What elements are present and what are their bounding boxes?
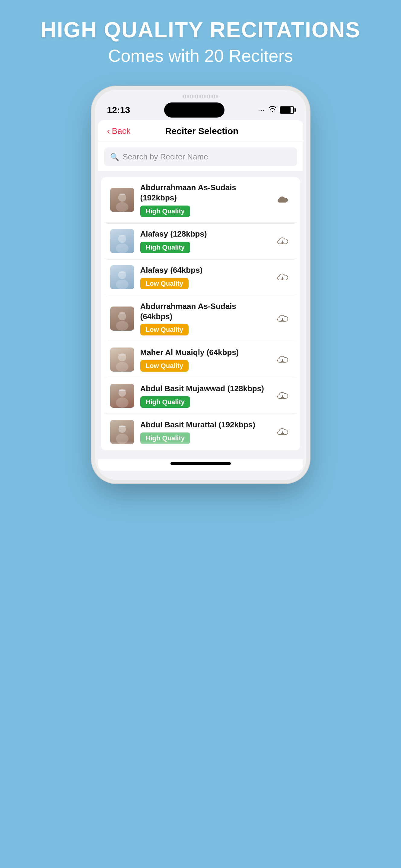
quality-badge-4: Low Quality xyxy=(140,324,189,336)
reciter-info-2: Alafasy (128kbps) High Quality xyxy=(140,229,270,253)
svg-rect-17 xyxy=(119,390,125,391)
reciter-item-3[interactable]: Alafasy (64kbps) Low Quality xyxy=(104,260,297,295)
reciter-name-6: Abdul Basit Mujawwad (128kbps) xyxy=(140,384,270,394)
reciter-item-1[interactable]: Abdurrahmaan As-Sudais (192kbps) High Qu… xyxy=(104,177,297,223)
phone-speaker xyxy=(95,90,306,98)
back-chevron-icon: ‹ xyxy=(107,127,110,135)
back-button[interactable]: ‹ Back xyxy=(107,126,131,136)
reciter-info-5: Maher Al Muaiqly (64kbps) Low Quality xyxy=(140,347,270,372)
home-indicator xyxy=(170,462,231,465)
search-icon: 🔍 xyxy=(110,153,119,161)
nav-bar: ‹ Back Reciter Selection xyxy=(98,120,303,141)
svg-rect-20 xyxy=(119,426,125,427)
svg-point-16 xyxy=(116,398,128,408)
svg-rect-5 xyxy=(119,236,125,236)
list-wrapper: Abdurrahmaan As-Sudais (192kbps) High Qu… xyxy=(98,174,303,456)
reciter-name-7: Abdul Basit Murattal (192kbps) xyxy=(140,420,270,430)
hero-subtitle: Comes with 20 Reciters xyxy=(108,45,293,66)
quality-badge-2: High Quality xyxy=(140,242,191,253)
search-bar[interactable]: 🔍 Search by Reciter Name xyxy=(104,147,297,166)
avatar-1 xyxy=(110,188,134,212)
reciter-item-4[interactable]: Abdurrahmaan As-Sudais (64kbps) Low Qual… xyxy=(104,296,297,341)
svg-rect-2 xyxy=(119,194,125,195)
hero-title: HIGH QUALITY RECITATIONS xyxy=(40,18,360,42)
downloaded-icon-1 xyxy=(276,192,291,207)
reciter-name-2: Alafasy (128kbps) xyxy=(140,229,270,239)
svg-rect-14 xyxy=(118,355,126,355)
svg-point-10 xyxy=(116,321,128,330)
avatar-6 xyxy=(110,384,134,408)
reciter-name-5: Maher Al Muaiqly (64kbps) xyxy=(140,347,270,358)
reciter-info-6: Abdul Basit Mujawwad (128kbps) High Qual… xyxy=(140,384,270,408)
nav-title: Reciter Selection xyxy=(131,126,273,136)
download-icon-6[interactable] xyxy=(276,388,291,403)
partial-fade xyxy=(101,441,300,450)
svg-rect-11 xyxy=(119,312,125,313)
svg-point-13 xyxy=(116,362,128,372)
avatar-2 xyxy=(110,229,134,253)
quality-badge-6: High Quality xyxy=(140,396,191,408)
reciter-item-6[interactable]: Abdul Basit Mujawwad (128kbps) High Qual… xyxy=(104,378,297,413)
download-icon-5[interactable] xyxy=(276,352,291,367)
battery-icon xyxy=(280,106,294,114)
reciter-info-4: Abdurrahmaan As-Sudais (64kbps) Low Qual… xyxy=(140,301,270,336)
wifi-icon xyxy=(268,106,277,114)
svg-point-0 xyxy=(118,194,126,202)
reciter-list: Abdurrahmaan As-Sudais (192kbps) High Qu… xyxy=(98,171,303,459)
reciter-name-4: Abdurrahmaan As-Sudais (64kbps) xyxy=(140,301,270,322)
reciter-item-5[interactable]: Maher Al Muaiqly (64kbps) Low Quality xyxy=(104,342,297,377)
quality-badge-5: Low Quality xyxy=(140,360,189,372)
avatar-3 xyxy=(110,265,134,289)
download-icon-2[interactable] xyxy=(276,234,291,249)
reciter-item-2[interactable]: Alafasy (128kbps) High Quality xyxy=(104,224,297,259)
svg-rect-8 xyxy=(119,272,125,273)
svg-point-7 xyxy=(116,280,128,289)
quality-badge-1: High Quality xyxy=(140,206,191,217)
status-bar: 12:13 ··· xyxy=(95,98,306,120)
phone-content: ‹ Back Reciter Selection 🔍 Search by Rec… xyxy=(98,120,303,471)
download-icon-4[interactable] xyxy=(276,311,291,326)
phone-frame: 12:13 ··· ‹ Back Reciter Selection xyxy=(95,90,306,480)
avatar-5 xyxy=(110,347,134,372)
svg-point-1 xyxy=(116,202,128,212)
signal-dots-icon: ··· xyxy=(258,107,265,114)
quality-badge-3: Low Quality xyxy=(140,278,189,289)
download-icon-3[interactable] xyxy=(276,270,291,285)
search-placeholder: Search by Reciter Name xyxy=(123,152,208,161)
status-icons: ··· xyxy=(258,106,294,114)
svg-point-4 xyxy=(116,244,128,253)
svg-point-9 xyxy=(118,312,126,320)
dynamic-island xyxy=(164,102,225,118)
reciter-name-1: Abdurrahmaan As-Sudais (192kbps) xyxy=(140,183,270,203)
speaker-grill xyxy=(182,95,219,98)
reciter-info-1: Abdurrahmaan As-Sudais (192kbps) High Qu… xyxy=(140,183,270,217)
download-icon-7[interactable] xyxy=(276,424,291,439)
avatar-7 xyxy=(110,420,134,444)
avatar-4 xyxy=(110,307,134,331)
back-label: Back xyxy=(112,126,131,136)
reciter-info-3: Alafasy (64kbps) Low Quality xyxy=(140,265,270,289)
status-time: 12:13 xyxy=(107,105,130,115)
reciter-name-3: Alafasy (64kbps) xyxy=(140,265,270,276)
reciter-info-7: Abdul Basit Murattal (192kbps) High Qual… xyxy=(140,420,270,444)
list-inner: Abdurrahmaan As-Sudais (192kbps) High Qu… xyxy=(101,177,300,450)
